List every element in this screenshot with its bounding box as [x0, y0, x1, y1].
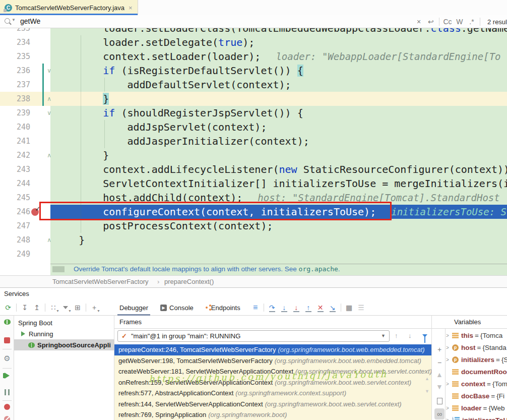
newline-icon[interactable]: ↩: [426, 16, 436, 27]
pause-icon[interactable]: [0, 389, 14, 395]
filter-icon[interactable]: ▼: [60, 302, 71, 313]
collapse-all-icon[interactable]: ↥: [32, 302, 42, 313]
step-out-icon[interactable]: ↑: [303, 302, 313, 313]
breadcrumb-method[interactable]: prepareContext(): [164, 278, 214, 285]
variable-row[interactable]: >context={Tom: [446, 378, 507, 390]
tree-item-running[interactable]: Running: [14, 328, 114, 339]
gutter[interactable]: 249: [0, 247, 50, 261]
view-breakpoints-icon[interactable]: [0, 404, 14, 410]
stop-icon[interactable]: [0, 337, 14, 343]
javadoc-fold-chip[interactable]: [52, 266, 65, 272]
code-line[interactable]: 233 loader.setLoaderClass(TomcatEmbedded…: [0, 28, 507, 35]
clear-search-icon[interactable]: ×: [414, 16, 424, 27]
code-line[interactable]: 248∧ }: [0, 233, 507, 247]
mute-breakpoints-icon[interactable]: [0, 416, 14, 420]
gutter[interactable]: 248∧: [0, 233, 50, 247]
code-line[interactable]: 236∨ if (isRegisterDefaultServlet()) {: [0, 64, 507, 78]
gutter[interactable]: 244: [0, 176, 50, 191]
add-watch-icon[interactable]: +: [434, 344, 445, 355]
expand-all-icon[interactable]: ↧: [20, 302, 30, 313]
code-editor[interactable]: 233 loader.setLoaderClass(TomcatEmbedded…: [0, 28, 507, 275]
group-by-icon[interactable]: ∷▼: [48, 302, 58, 313]
editor-tab[interactable]: C TomcatServletWebServerFactory.java ×: [0, 0, 138, 15]
rerun-all-icon[interactable]: ⟳: [3, 302, 13, 313]
variable-row[interactable]: documentRoo: [446, 366, 507, 378]
breadcrumb-class[interactable]: TomcatServletWebServerFactory: [52, 278, 149, 285]
code-text[interactable]: postProcessContext(context);: [50, 219, 507, 233]
drop-frame-icon[interactable]: ✕: [315, 302, 326, 313]
gutter[interactable]: 243: [0, 162, 50, 176]
move-down-icon[interactable]: ▼: [434, 381, 445, 392]
code-text[interactable]: context.setLoader(loader);loader: "Webap…: [50, 49, 507, 64]
variable-row[interactable]: >initializersToU: [446, 414, 507, 420]
code-text[interactable]: ServletContextInitializer[] initializers…: [50, 176, 507, 191]
dropdown-caret-icon[interactable]: ▼: [381, 333, 386, 338]
code-text[interactable]: if (shouldRegisterJspServlet()) {: [50, 106, 507, 120]
move-up-icon[interactable]: ▲: [434, 369, 445, 380]
run-to-cursor-icon[interactable]: ↘: [328, 302, 338, 313]
watch-returns-icon[interactable]: ∞: [434, 408, 445, 419]
search-icon[interactable]: [5, 18, 10, 24]
tab-debugger[interactable]: Debugger: [113, 300, 154, 316]
code-text[interactable]: [50, 247, 507, 261]
code-text[interactable]: if (isRegisterDefaultServlet()) {: [50, 64, 507, 78]
expand-chevron-icon[interactable]: >: [446, 405, 452, 411]
variable-row[interactable]: >loader={Web: [446, 402, 507, 414]
fold-marker-icon[interactable]: ∧: [47, 148, 51, 162]
search-input[interactable]: getWe: [20, 17, 40, 25]
expand-chevron-icon[interactable]: >: [446, 333, 452, 338]
scroll-down-icon[interactable]: ▼: [425, 389, 429, 394]
prev-frame-icon[interactable]: ↑: [395, 332, 398, 339]
hide-frames-filter-icon[interactable]: [422, 334, 427, 337]
settings-wrench-icon[interactable]: ⚙: [0, 354, 14, 363]
gutter[interactable]: 247: [0, 219, 50, 233]
stack-frame-row[interactable]: refresh:769, SpringApplication(org.sprin…: [114, 409, 431, 420]
match-case-icon[interactable]: Cc: [442, 16, 453, 27]
code-line[interactable]: 244 ServletContextInitializer[] initiali…: [0, 176, 507, 191]
code-text[interactable]: }: [50, 233, 507, 247]
tab-endpoints[interactable]: Endpoints: [200, 300, 246, 316]
words-icon[interactable]: W: [455, 16, 465, 27]
tab-console[interactable]: ▶Console: [154, 300, 200, 316]
variable-row[interactable]: docBase={Fi: [446, 390, 507, 402]
code-text[interactable]: addDefaultServlet(context);: [50, 78, 507, 92]
stack-frame-row[interactable]: refresh:144, ServletWebServerApplication…: [114, 399, 431, 410]
variable-row[interactable]: >phost={Standa: [446, 341, 507, 353]
gutter[interactable]: 235: [0, 49, 50, 64]
fold-marker-icon[interactable]: ∧: [47, 233, 51, 247]
code-line[interactable]: 249: [0, 247, 507, 261]
close-icon[interactable]: ×: [129, 4, 133, 12]
expand-chevron-icon[interactable]: >: [446, 381, 452, 387]
gutter[interactable]: 233: [0, 28, 50, 35]
code-line[interactable]: 243 context.addLifecycleListener(new Sta…: [0, 162, 507, 176]
fold-marker-icon[interactable]: ∨: [47, 106, 51, 120]
vcs-change-bar[interactable]: [42, 64, 44, 106]
gutter[interactable]: 242∧: [0, 148, 50, 162]
remove-watch-icon[interactable]: −: [434, 357, 445, 368]
variable-row[interactable]: >pinitializers={S: [446, 353, 507, 366]
add-service-icon[interactable]: +▼: [89, 302, 99, 313]
code-line[interactable]: 242∧ }: [0, 148, 507, 162]
expand-chevron-icon[interactable]: >: [446, 345, 452, 350]
resume-icon[interactable]: [0, 373, 14, 379]
rerun-debugger-icon[interactable]: [0, 319, 14, 325]
fold-marker-icon[interactable]: ∨: [47, 64, 51, 78]
next-frame-icon[interactable]: ↓: [408, 332, 412, 339]
code-line[interactable]: 239∨ if (shouldRegisterJspServlet()) {: [0, 106, 507, 120]
force-step-into-icon[interactable]: ↓: [291, 302, 301, 313]
stack-frame-row[interactable]: getWebServer:198, TomcatServletWebServer…: [114, 355, 431, 367]
code-text[interactable]: loader.setLoaderClass(TomcatEmbeddedWeba…: [50, 28, 507, 35]
expand-chevron-icon[interactable]: >: [446, 357, 452, 363]
tree-item-spring-boot[interactable]: Spring Boot: [14, 317, 114, 328]
code-line[interactable]: 241 addJasperInitializer(context);: [0, 134, 507, 148]
copy-stack-icon[interactable]: [434, 395, 445, 406]
code-line[interactable]: 247 postProcessContext(context);: [0, 219, 507, 233]
layout-settings-icon[interactable]: ☰: [356, 302, 366, 313]
expand-chevron-icon[interactable]: >: [446, 417, 452, 420]
stack-frame-row[interactable]: prepareContext:246, TomcatServletWebServ…: [114, 344, 431, 355]
code-text[interactable]: }: [50, 92, 507, 106]
search-options-caret-icon[interactable]: ▼: [12, 18, 16, 22]
code-text[interactable]: addJasperInitializer(context);: [50, 134, 507, 148]
variable-row[interactable]: >this={Tomca: [446, 329, 507, 341]
regex-icon[interactable]: .*: [467, 16, 477, 27]
